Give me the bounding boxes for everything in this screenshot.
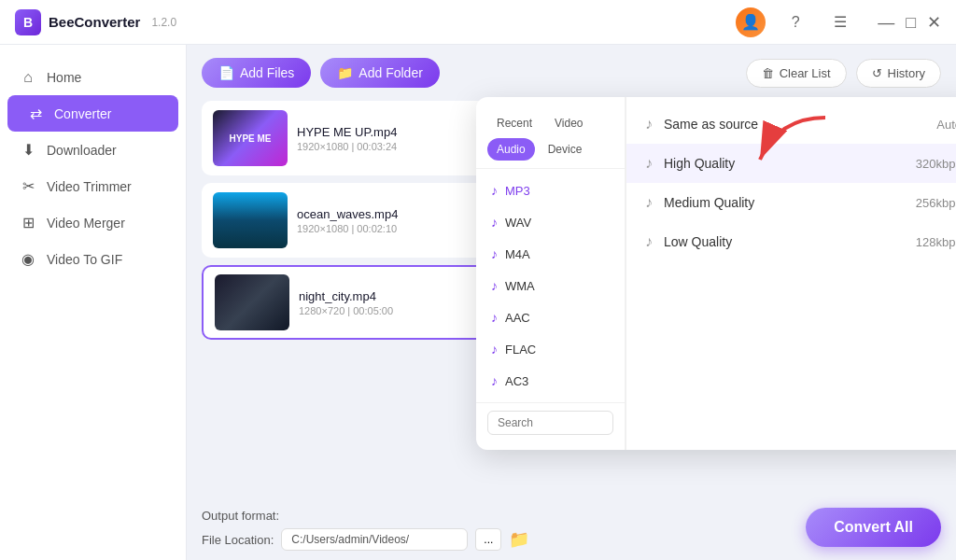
format-list: ♪ MP3 ♪ WAV ♪ M4A ♪ WMA [476, 169, 625, 402]
quality-value: Auto [936, 118, 956, 132]
format-panel: Recent Video Audio Device ♪ MP3 ♪ WAV [476, 97, 626, 450]
file-location-input[interactable] [281, 528, 468, 551]
tab-device[interactable]: Device [539, 138, 592, 161]
output-format-label: Output format: [202, 509, 279, 523]
list-item[interactable]: ♪ M4A [476, 238, 625, 270]
music-icon: ♪ [645, 155, 653, 172]
music-icon: ♪ [491, 342, 498, 357]
quality-name: Same as source [664, 117, 925, 132]
app-logo: B BeeConverter 1.2.0 [15, 9, 176, 35]
sidebar-item-label: Video Trimmer [47, 179, 132, 194]
history-button[interactable]: ↺ History [856, 59, 941, 88]
file-thumbnail: HYPE ME [213, 110, 288, 166]
add-folder-icon: 📁 [337, 65, 353, 80]
music-icon: ♪ [491, 215, 498, 230]
add-files-button[interactable]: 📄 Add Files [202, 58, 311, 88]
quality-value: 128kbps [916, 235, 956, 249]
window-controls: — □ ✕ [878, 14, 941, 31]
trash-icon: 🗑 [762, 66, 774, 80]
format-search [476, 402, 625, 442]
sidebar-item-video-to-gif[interactable]: ◉ Video To GIF [0, 241, 186, 277]
list-item[interactable]: ♪ AAC [476, 301, 625, 333]
quality-name: Medium Quality [664, 195, 905, 210]
search-input[interactable] [487, 411, 613, 435]
sidebar: ⌂ Home ⇄ Converter ⬇ Downloader ✂ Video … [0, 45, 187, 560]
help-button[interactable]: ? [780, 7, 810, 37]
tab-recent[interactable]: Recent [487, 112, 541, 134]
list-item[interactable]: ♪ FLAC [476, 333, 625, 365]
clear-list-button[interactable]: 🗑 Clear List [746, 59, 847, 88]
format-label: FLAC [505, 343, 536, 357]
sidebar-item-video-trimmer[interactable]: ✂ Video Trimmer [0, 168, 186, 204]
trimmer-icon: ✂ [19, 177, 37, 195]
top-bar: 📄 Add Files 📁 Add Folder 🗑 Clear List ↺ … [187, 45, 956, 101]
music-icon: ♪ [491, 310, 498, 325]
tab-audio[interactable]: Audio [487, 138, 535, 161]
format-tabs: Recent Video Audio Device [476, 105, 625, 169]
music-icon: ♪ [491, 278, 498, 293]
clear-list-label: Clear List [780, 66, 831, 80]
main-layout: ⌂ Home ⇄ Converter ⬇ Downloader ✂ Video … [0, 45, 956, 560]
list-item[interactable]: ♪ Same as source Auto [626, 105, 956, 144]
list-item[interactable]: ♪ AC3 [476, 365, 625, 397]
music-icon: ♪ [645, 233, 653, 250]
format-label: WAV [505, 216, 531, 230]
thumb-image [213, 192, 288, 248]
music-icon: ♪ [491, 373, 498, 388]
menu-button[interactable]: ☰ [825, 7, 855, 37]
gif-icon: ◉ [19, 250, 37, 268]
thumb-image: HYPE ME [213, 110, 288, 166]
close-button[interactable]: ✕ [927, 14, 941, 31]
list-item[interactable]: ♪ WAV [476, 206, 625, 238]
format-label: WMA [505, 279, 535, 293]
sidebar-item-home[interactable]: ⌂ Home [0, 60, 186, 95]
format-label: MP3 [505, 184, 530, 198]
sidebar-item-label: Video To GIF [47, 252, 122, 267]
quality-name: High Quality [664, 156, 905, 171]
add-folder-label: Add Folder [358, 65, 422, 80]
list-item[interactable]: ♪ High Quality 320kbps [626, 144, 956, 183]
sidebar-item-downloader[interactable]: ⬇ Downloader [0, 132, 186, 168]
list-item[interactable]: ♪ MP3 [476, 175, 625, 206]
title-bar-controls: 👤 ? ☰ — □ ✕ [736, 7, 941, 37]
format-label: AC3 [505, 374, 528, 388]
downloader-icon: ⬇ [19, 141, 37, 159]
add-files-label: Add Files [240, 65, 294, 80]
tab-video[interactable]: Video [545, 112, 592, 134]
history-icon: ↺ [872, 66, 882, 80]
quality-panel: ♪ Same as source Auto ♪ High Quality 320… [626, 97, 956, 450]
convert-all-button[interactable]: Convert All [806, 508, 941, 547]
converter-icon: ⇄ [26, 105, 45, 122]
maximize-button[interactable]: □ [906, 14, 916, 31]
add-files-icon: 📄 [218, 65, 234, 80]
list-item[interactable]: ♪ WMA [476, 270, 625, 301]
sidebar-item-label: Converter [54, 106, 111, 121]
sidebar-item-video-merger[interactable]: ⊞ Video Merger [0, 204, 186, 241]
avatar-button[interactable]: 👤 [736, 7, 766, 37]
open-folder-button[interactable]: 📁 [509, 529, 529, 550]
quality-value: 256kbps [916, 196, 956, 210]
file-location-label: File Location: [202, 533, 274, 547]
list-item[interactable]: ♪ Medium Quality 256kbps [626, 183, 956, 222]
sidebar-item-converter[interactable]: ⇄ Converter [7, 95, 178, 132]
thumb-image [215, 274, 289, 330]
merger-icon: ⊞ [19, 214, 37, 231]
add-folder-button[interactable]: 📁 Add Folder [320, 58, 439, 88]
format-dropdown: Recent Video Audio Device ♪ MP3 ♪ WAV [476, 97, 956, 450]
home-icon: ⌂ [19, 69, 37, 86]
sidebar-item-label: Home [47, 70, 81, 85]
list-item[interactable]: ♪ Low Quality 128kbps [626, 222, 956, 261]
content-area: 📄 Add Files 📁 Add Folder 🗑 Clear List ↺ … [187, 45, 956, 560]
format-label: AAC [505, 311, 530, 325]
music-icon: ♪ [491, 246, 498, 261]
format-label: M4A [505, 247, 530, 261]
history-label: History [888, 66, 925, 80]
location-dots-button[interactable]: ... [475, 528, 501, 551]
title-bar: B BeeConverter 1.2.0 👤 ? ☰ — □ ✕ [0, 0, 956, 45]
music-icon: ♪ [645, 116, 653, 133]
sidebar-item-label: Video Merger [47, 216, 125, 231]
app-version: 1.2.0 [151, 16, 176, 29]
sidebar-item-label: Downloader [47, 143, 117, 158]
minimize-button[interactable]: — [878, 14, 894, 31]
music-icon: ♪ [645, 194, 653, 211]
